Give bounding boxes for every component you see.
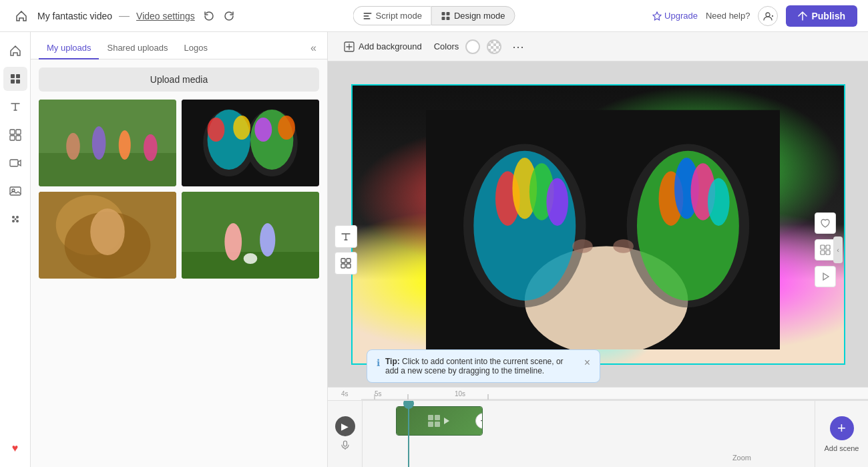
timeline-body: ▶ [328,401,868,467]
script-mode-btn[interactable]: Script mode [353,6,431,25]
tip-close-button[interactable]: × [584,357,590,369]
svg-rect-16 [10,160,18,166]
svg-rect-70 [826,245,830,249]
clip-inner [397,407,482,435]
help-button[interactable]: Need help? [706,11,750,21]
svg-rect-0 [364,13,372,14]
media-item[interactable] [182,100,319,186]
home-icon[interactable] [11,5,32,27]
undo-redo-group [200,7,238,25]
upload-media-button[interactable]: Upload media [39,67,319,92]
canvas-toolbar: Add background Colors ⋯ [328,32,868,61]
title-separator: — [119,10,130,22]
right-panel-collapse-btn[interactable]: ‹ [833,237,843,263]
svg-point-21 [12,220,15,222]
media-item[interactable] [182,192,319,279]
tip-icon: ℹ [377,357,380,368]
sidebar-video-icon[interactable] [3,151,27,175]
canvas-left-toolbar [335,225,357,275]
play-button[interactable]: ▶ [335,416,355,436]
svg-rect-79 [435,415,440,420]
panel-body: Upload media [31,59,327,467]
svg-rect-52 [347,264,351,268]
panel-tabs: My uploads Shared uploads Logos « [31,32,327,59]
timeline-track-area: + Zoom [363,401,815,467]
svg-point-35 [208,118,225,142]
svg-point-66 [707,178,729,225]
timeline-playhead[interactable] [408,401,409,467]
design-mode-btn[interactable]: Design mode [431,6,515,25]
layout-tool-btn[interactable] [335,252,357,275]
canvas-play-icon[interactable] [815,266,836,287]
svg-rect-71 [821,251,825,255]
media-grid [39,100,319,279]
sidebar-uploads-icon[interactable] [3,67,27,91]
microphone-icon[interactable] [341,440,350,452]
undo-button[interactable] [200,7,218,25]
media-item[interactable] [39,100,176,186]
svg-rect-13 [16,130,21,134]
tip-content: Tip: Click to add content into the curre… [385,357,579,375]
svg-point-29 [144,134,158,161]
sidebar-apps-icon[interactable] [3,207,27,231]
svg-point-23 [14,218,16,220]
color-swatch-white[interactable] [465,39,480,54]
sidebar-text-icon[interactable] [3,95,27,119]
tab-logos[interactable]: Logos [176,37,216,59]
svg-point-60 [546,178,568,225]
svg-point-46 [260,223,275,257]
svg-point-28 [119,130,131,160]
svg-rect-25 [39,153,176,186]
canvas-more-options-button[interactable]: ⋯ [508,38,528,55]
tab-shared-uploads[interactable]: Shared uploads [99,37,176,59]
color-swatch-transparent[interactable] [487,39,501,54]
svg-point-45 [224,223,242,261]
timeline-right-controls: + Add scene [815,401,868,467]
svg-point-42 [90,208,125,255]
sidebar-icons: ♥ [0,32,31,467]
tab-my-uploads[interactable]: My uploads [39,37,99,59]
upgrade-button[interactable]: Upgrade [652,11,698,21]
text-tool-btn[interactable] [335,225,357,248]
svg-point-68 [613,239,634,253]
topbar-left: My fantastic video — Video settings [11,5,647,27]
panel-collapse-btn[interactable]: « [308,39,319,57]
svg-rect-14 [10,136,15,140]
topbar: My fantastic video — Video settings [0,0,868,32]
tip-toast: ℹ Tip: Click to add content into the cur… [367,349,600,383]
svg-rect-1 [364,15,369,17]
add-scene-button[interactable]: + [830,416,854,440]
svg-rect-15 [16,136,21,140]
svg-rect-51 [341,264,345,268]
sidebar-favorite-icon[interactable]: ♥ [3,436,27,460]
sidebar-photos-icon[interactable] [3,179,27,203]
publish-button[interactable]: Publish [786,5,857,27]
svg-rect-6 [447,17,450,20]
sidebar-home-icon[interactable] [3,39,27,63]
svg-rect-5 [442,17,445,20]
timeline-controls: ▶ [328,401,363,467]
video-settings-link[interactable]: Video settings [136,11,195,21]
left-panel: My uploads Shared uploads Logos « Upload… [31,32,328,467]
canvas-image-content [353,86,844,363]
sidebar-scenes-icon[interactable] [3,123,27,147]
topbar-right: Upgrade Need help? Publish [652,5,857,27]
svg-point-37 [254,118,272,142]
svg-point-20 [16,216,19,218]
redo-button[interactable] [220,7,238,25]
account-button[interactable] [758,6,778,26]
svg-point-19 [12,216,15,218]
svg-point-38 [278,116,295,140]
svg-rect-4 [447,12,450,15]
add-background-button[interactable]: Add background [339,39,427,55]
svg-rect-78 [428,415,433,420]
svg-rect-50 [347,259,351,263]
canvas-frame[interactable] [351,84,845,365]
media-item[interactable] [39,192,176,279]
svg-rect-9 [16,74,20,78]
svg-rect-80 [428,422,433,427]
timeline-ruler: 4s 5s 10s [328,387,868,401]
canvas-favorite-icon[interactable] [815,212,836,234]
svg-point-36 [233,116,250,140]
svg-point-67 [572,239,593,253]
